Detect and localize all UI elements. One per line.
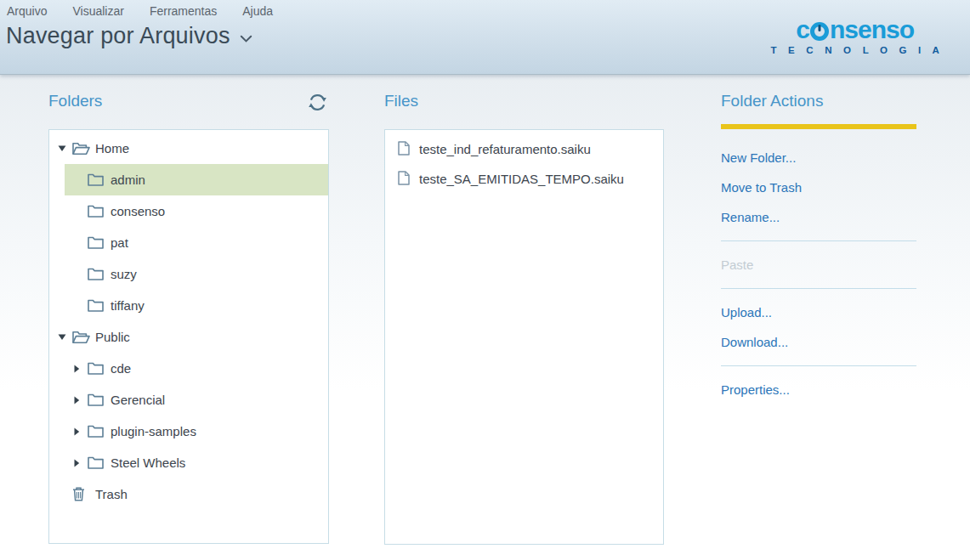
folder-closed-icon (88, 393, 111, 406)
chevron-down-icon (240, 35, 252, 43)
logo-tagline: T E C N O L O G I A (766, 45, 944, 55)
tree-item-label: Steel Wheels (111, 455, 185, 470)
files-panel: teste_ind_refaturamento.saiku teste_SA_E… (384, 129, 664, 545)
folder-open-icon (72, 142, 95, 156)
rename-button[interactable]: Rename... (721, 202, 916, 232)
folder-closed-icon (88, 299, 111, 312)
consenso-logo: c nsenso T E C N O L O G I A (766, 17, 944, 55)
folder-actions-title: Folder Actions (721, 92, 916, 110)
file-icon (398, 141, 410, 158)
menu-bar: Arquivo Visualizar Ferramentas Ajuda (7, 4, 298, 18)
folder-open-icon (72, 331, 95, 344)
divider (721, 288, 916, 289)
folder-actions-list: New Folder... Move to Trash Rename... Pa… (721, 129, 916, 404)
tree-item-label: Home (95, 141, 129, 156)
file-icon (398, 171, 410, 188)
folders-section-title: Folders (48, 92, 102, 110)
tree-item-label: Public (95, 330, 130, 344)
folder-closed-icon (88, 425, 111, 438)
logo-brand: c nsenso (766, 17, 944, 42)
tree-item-label: suzy (111, 267, 137, 281)
properties-button[interactable]: Properties... (721, 375, 916, 404)
folder-actions-panel: Folder Actions New Folder... Move to Tra… (721, 92, 916, 404)
logo-brand-prefix: c (796, 17, 809, 42)
triangle-down-icon[interactable] (58, 144, 72, 152)
folders-panel: Home admin consenso pat suzy (48, 129, 329, 544)
tree-item-suzy[interactable]: suzy (49, 258, 328, 290)
paste-button: Paste (721, 250, 916, 280)
tree-item-tiffany[interactable]: tiffany (49, 290, 328, 321)
tree-item-cde[interactable]: cde (49, 353, 328, 384)
tree-item-plugin-samples[interactable]: plugin-samples (49, 416, 328, 447)
triangle-right-icon[interactable] (73, 365, 88, 373)
tree-item-label: admin (111, 173, 145, 187)
tree-item-label: Gerencial (111, 393, 165, 407)
folder-closed-icon (88, 362, 111, 375)
tree-item-gerencial[interactable]: Gerencial (49, 384, 328, 416)
tree-item-trash[interactable]: Trash (49, 478, 328, 510)
file-item[interactable]: teste_SA_EMITIDAS_TEMPO.saiku (385, 164, 663, 194)
download-button[interactable]: Download... (721, 327, 916, 357)
folder-closed-icon (88, 205, 111, 218)
main-content: Folders Home admin (0, 75, 970, 560)
refresh-icon[interactable] (308, 93, 328, 113)
logo-brand-suffix: nsenso (830, 17, 914, 42)
triangle-down-icon[interactable] (58, 333, 72, 341)
divider (721, 240, 916, 241)
divider (721, 365, 916, 366)
tree-item-label: tiffany (111, 298, 145, 313)
page-title: Navegar por Arquivos (6, 23, 230, 49)
trash-icon (72, 487, 95, 501)
triangle-right-icon[interactable] (73, 427, 88, 436)
folder-closed-icon (88, 456, 111, 469)
menu-ferramentas[interactable]: Ferramentas (150, 4, 217, 18)
folder-closed-icon (88, 268, 111, 280)
file-name: teste_ind_refaturamento.saiku (419, 142, 591, 156)
files-section-title: Files (384, 92, 418, 110)
tree-item-public[interactable]: Public (49, 321, 328, 353)
tree-item-label: pat (111, 235, 128, 250)
tree-item-label: cde (111, 361, 131, 376)
logo-gauge-o-icon (810, 22, 829, 41)
tree-item-consenso[interactable]: consenso (49, 195, 328, 227)
folder-closed-icon (88, 236, 111, 249)
move-to-trash-button[interactable]: Move to Trash (721, 173, 916, 202)
menu-visualizar[interactable]: Visualizar (72, 4, 123, 18)
menu-arquivo[interactable]: Arquivo (7, 4, 47, 18)
tree-item-admin[interactable]: admin (65, 164, 328, 195)
tree-item-label: Trash (95, 487, 128, 501)
file-item[interactable]: teste_ind_refaturamento.saiku (385, 134, 663, 164)
tree-item-label: plugin-samples (111, 424, 196, 438)
new-folder-button[interactable]: New Folder... (721, 143, 916, 173)
upload-button[interactable]: Upload... (721, 297, 916, 327)
tree-item-home[interactable]: Home (49, 133, 328, 164)
tree-item-pat[interactable]: pat (49, 227, 328, 258)
browse-files-page: Arquivo Visualizar Ferramentas Ajuda Nav… (0, 0, 970, 560)
tree-item-steel-wheels[interactable]: Steel Wheels (49, 447, 328, 478)
menu-ajuda[interactable]: Ajuda (242, 4, 273, 18)
app-header: Arquivo Visualizar Ferramentas Ajuda Nav… (0, 0, 970, 75)
triangle-right-icon[interactable] (73, 396, 88, 404)
file-name: teste_SA_EMITIDAS_TEMPO.saiku (419, 172, 624, 186)
folder-closed-icon (88, 173, 111, 186)
tree-item-label: consenso (111, 204, 165, 218)
triangle-right-icon[interactable] (73, 459, 88, 467)
page-title-dropdown[interactable]: Navegar por Arquivos (6, 23, 252, 49)
